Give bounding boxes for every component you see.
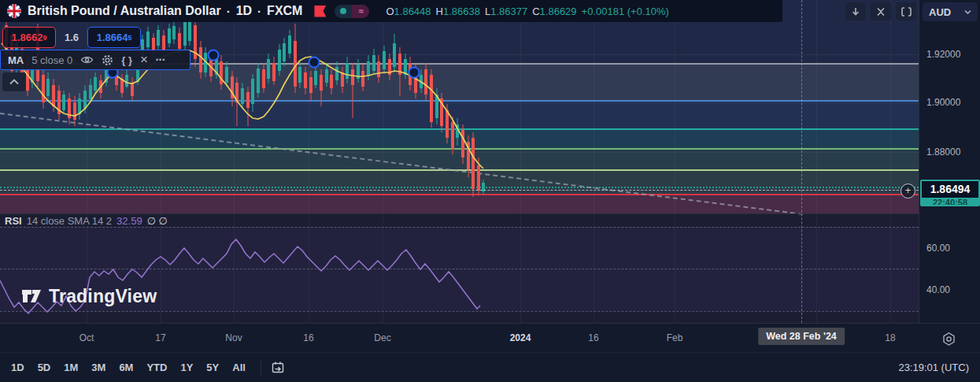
high-label: H xyxy=(436,6,443,17)
toolbar-divider xyxy=(261,360,261,376)
pink-wave-icon: ≈ xyxy=(352,5,369,18)
tradingview-logo-icon xyxy=(20,285,43,307)
chevron-up-icon xyxy=(9,78,20,86)
range-button-1M[interactable]: 1M xyxy=(64,362,78,373)
rsi-nan-values: ∅ ∅ xyxy=(147,215,168,227)
download-arrow-icon[interactable] xyxy=(845,2,866,20)
high-value: 1.86638 xyxy=(443,6,480,17)
separator-dot: · xyxy=(257,5,261,18)
rsi-indicator-name: RSI xyxy=(5,215,22,227)
price-axis-label: 60.00 xyxy=(926,243,950,254)
candlestick-and-rsi-plot xyxy=(0,0,919,323)
ohlc-readout: O1.86448 H1.86638 L1.86377 C1.86629 +0.0… xyxy=(386,6,668,17)
go-to-date-icon[interactable] xyxy=(271,361,285,374)
time-axis-label: Feb xyxy=(667,332,683,343)
range-button-YTD[interactable]: YTD xyxy=(146,362,167,373)
timezone-settings-icon[interactable] xyxy=(939,329,958,348)
range-button-6M[interactable]: 6M xyxy=(119,362,133,373)
tradingview-chart-window: + British Pound / Australian Dollar · 1D… xyxy=(0,0,980,382)
bar-countdown: 22:40:58 xyxy=(922,198,978,205)
sell-button[interactable]: 1.86629 xyxy=(2,27,56,48)
rsi-indicator-params: 14 close SMA 14 2 xyxy=(27,215,112,227)
interval-label[interactable]: 1D xyxy=(236,4,252,18)
bottom-toolbar: 1D5D1M3M6MYTD1Y5YAll 23:19:01 (UTC) xyxy=(0,352,980,382)
change-value: +0.00181 (+0.10%) xyxy=(582,6,669,17)
more-options-icon[interactable]: ••• xyxy=(156,56,165,64)
price-axis-label: 1.90000 xyxy=(926,97,960,108)
time-axis-label: 17 xyxy=(155,332,165,343)
pane-controls xyxy=(845,2,916,20)
time-axis[interactable]: Oct17Nov16Dec202416Feb18 Wed 28 Feb '24 xyxy=(0,323,980,352)
time-axis-label: Nov xyxy=(225,332,242,343)
tradingview-watermark[interactable]: TradingView xyxy=(20,285,157,307)
red-flag-icon[interactable] xyxy=(314,6,326,17)
pane-divider[interactable] xyxy=(0,213,980,214)
ma-indicator-toolbar[interactable]: MA 5 close 0 { } × ••• xyxy=(0,50,190,70)
fullscreen-icon[interactable] xyxy=(896,2,916,20)
collapse-panes-icon[interactable] xyxy=(871,2,891,20)
symbol-title[interactable]: British Pound / Australian Dollar xyxy=(28,4,221,18)
close-value: 1.86629 xyxy=(540,6,577,17)
add-alert-plus-icon[interactable]: + xyxy=(900,184,915,198)
market-status-toggle[interactable]: ≈ xyxy=(335,5,369,18)
time-axis-label: Dec xyxy=(374,332,390,343)
spread-value: 1.6 xyxy=(65,32,79,43)
buy-button[interactable]: 1.86645 xyxy=(87,27,141,48)
symbol-legend-bar: British Pound / Australian Dollar · 1D ·… xyxy=(0,0,782,22)
tradingview-wordmark: TradingView xyxy=(49,286,157,307)
current-price-line xyxy=(0,190,919,191)
gb-au-flag-icon xyxy=(6,3,22,19)
trade-panel: 1.86629 1.6 1.86645 xyxy=(2,27,141,48)
eye-icon[interactable] xyxy=(80,55,94,65)
collapse-legend-button[interactable] xyxy=(2,72,26,91)
future-date-crosshair-line xyxy=(801,0,802,323)
rsi-value: 32.59 xyxy=(116,215,142,227)
rsi-indicator-legend[interactable]: RSI 14 close SMA 14 2 32.59 ∅ ∅ xyxy=(5,215,168,227)
range-button-5Y[interactable]: 5Y xyxy=(206,362,219,373)
ma-indicator-params: 5 close 0 xyxy=(31,54,72,66)
separator-dot: · xyxy=(227,5,231,18)
time-axis-label: 2024 xyxy=(510,332,531,343)
range-button-All[interactable]: All xyxy=(232,362,246,373)
chevron-down-icon xyxy=(964,9,971,14)
open-value: 1.86448 xyxy=(394,6,431,17)
time-axis-label: 16 xyxy=(588,332,598,343)
range-button-3M[interactable]: 3M xyxy=(91,362,105,373)
currency-label: AUD xyxy=(929,6,951,18)
crosshair-date-label: Wed 28 Feb '24 xyxy=(758,328,845,345)
currency-dropdown[interactable]: AUD xyxy=(923,2,978,21)
time-axis-label: 18 xyxy=(885,332,895,343)
price-axis-label: 40.00 xyxy=(926,284,950,295)
time-axis-label: 16 xyxy=(303,332,313,343)
close-icon[interactable]: × xyxy=(140,56,148,64)
low-value: 1.86377 xyxy=(490,6,527,17)
range-button-1D[interactable]: 1D xyxy=(11,362,24,373)
price-axis-label: 1.88000 xyxy=(926,146,960,158)
ma-indicator-name: MA xyxy=(8,54,24,66)
price-axis[interactable]: AUD 1.920001.900001.8800060.0040.00 1.86… xyxy=(919,0,980,323)
current-price-label: 1.86494 22:40:58 xyxy=(920,180,980,206)
source-code-icon[interactable]: { } xyxy=(121,54,132,66)
exchange-label[interactable]: FXCM xyxy=(267,4,302,18)
close-label: C xyxy=(532,6,539,17)
price-axis-label: 1.92000 xyxy=(926,49,960,60)
range-button-5D[interactable]: 5D xyxy=(38,362,51,373)
utc-clock: 23:19:01 (UTC) xyxy=(898,362,969,373)
gear-icon[interactable] xyxy=(102,54,113,66)
green-dot-icon xyxy=(335,5,352,18)
chart-canvas[interactable]: + British Pound / Australian Dollar · 1D… xyxy=(0,0,919,323)
range-button-1Y[interactable]: 1Y xyxy=(180,362,193,373)
time-axis-label: Oct xyxy=(80,332,94,343)
open-label: O xyxy=(386,6,394,17)
